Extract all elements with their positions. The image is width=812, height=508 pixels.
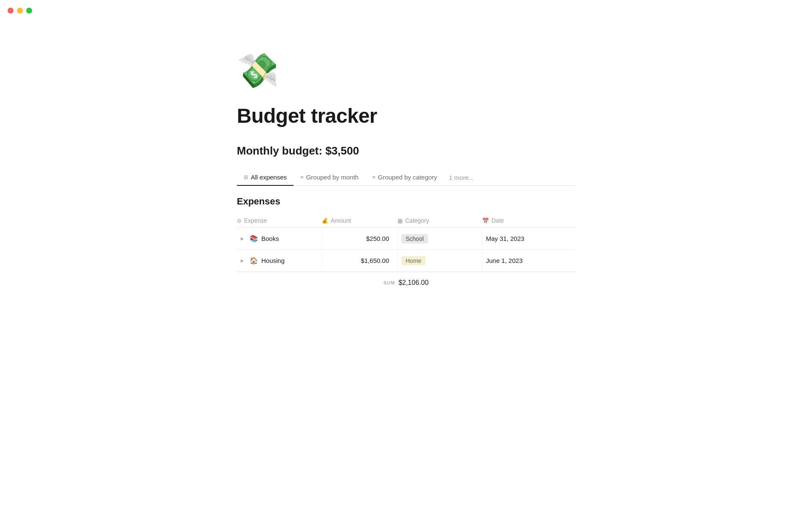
housing-name[interactable]: Housing — [261, 257, 285, 264]
minimize-button[interactable] — [17, 8, 23, 14]
cell-amount-books: $250.00 — [321, 229, 398, 248]
list-icon-2: ≡ — [372, 174, 376, 180]
main-content: 💸 Budget tracker Monthly budget: $3,500 … — [203, 0, 609, 327]
header-date-label: Date — [491, 217, 504, 224]
category-badge-home[interactable]: Home — [401, 256, 425, 265]
tab-all-expenses[interactable]: ⊞ All expenses — [237, 169, 294, 186]
page-title: Budget tracker — [237, 104, 575, 127]
header-amount: 💰 Amount — [321, 217, 398, 224]
row-toggle-books[interactable]: ▶ — [239, 235, 246, 243]
tab-grouped-by-month[interactable]: ≡ Grouped by month — [294, 169, 365, 186]
tabs-bar: ⊞ All expenses ≡ Grouped by month ≡ Grou… — [237, 169, 575, 186]
money-icon: 💰 — [321, 218, 328, 224]
table-icon: ⊞ — [244, 174, 248, 180]
category-badge-school[interactable]: School — [401, 234, 428, 243]
sum-value: $2,106.00 — [398, 279, 428, 287]
cell-expense-housing: ▶ 🏠 Housing — [237, 251, 321, 271]
monthly-budget: Monthly budget: $3,500 — [237, 144, 575, 157]
books-emoji: 📚 — [250, 235, 258, 243]
list-icon-1: ≡ — [300, 174, 304, 180]
traffic-lights — [8, 8, 32, 14]
header-expense-label: Expense — [244, 217, 267, 224]
maximize-button[interactable] — [26, 8, 32, 14]
header-expense: ⊖ Expense — [237, 217, 321, 224]
tab-grouped-by-category[interactable]: ≡ Grouped by category — [365, 169, 444, 186]
tab-more[interactable]: 1 more... — [444, 170, 479, 185]
cell-date-books: May 31, 2023 — [482, 229, 575, 248]
cell-expense-books: ▶ 📚 Books — [237, 229, 321, 248]
cell-category-housing: Home — [398, 250, 482, 271]
table-row: ▶ 🏠 Housing $1,650.00 Home June 1, 2023 — [237, 250, 575, 272]
sum-row: SUM $2,106.00 — [237, 272, 575, 293]
tab-grouped-by-category-label: Grouped by category — [378, 174, 437, 181]
table-row: ▶ 📚 Books $250.00 School May 31, 2023 — [237, 228, 575, 250]
cell-amount-housing: $1,650.00 — [321, 251, 398, 270]
header-amount-label: Amount — [331, 217, 351, 224]
tab-all-expenses-label: All expenses — [251, 174, 287, 181]
books-name[interactable]: Books — [261, 235, 279, 242]
header-date: 📅 Date — [482, 217, 575, 224]
header-category: ▦ Category — [398, 217, 482, 224]
tab-grouped-by-month-label: Grouped by month — [306, 174, 359, 181]
grid-icon: ▦ — [398, 218, 403, 224]
calendar-icon: 📅 — [482, 218, 489, 224]
expenses-table: ⊖ Expense 💰 Amount ▦ Category 📅 Date ▶ 📚… — [237, 214, 575, 293]
close-button[interactable] — [8, 8, 14, 14]
section-title: Expenses — [237, 196, 575, 207]
housing-emoji: 🏠 — [250, 257, 258, 265]
row-toggle-housing[interactable]: ▶ — [239, 257, 246, 265]
cell-date-housing: June 1, 2023 — [482, 251, 575, 270]
minus-circle-icon: ⊖ — [237, 218, 241, 224]
table-header: ⊖ Expense 💰 Amount ▦ Category 📅 Date — [237, 214, 575, 228]
sum-label: SUM — [384, 280, 395, 285]
cell-category-books: School — [398, 228, 482, 249]
page-icon: 💸 — [237, 51, 575, 91]
header-category-label: Category — [405, 217, 429, 224]
